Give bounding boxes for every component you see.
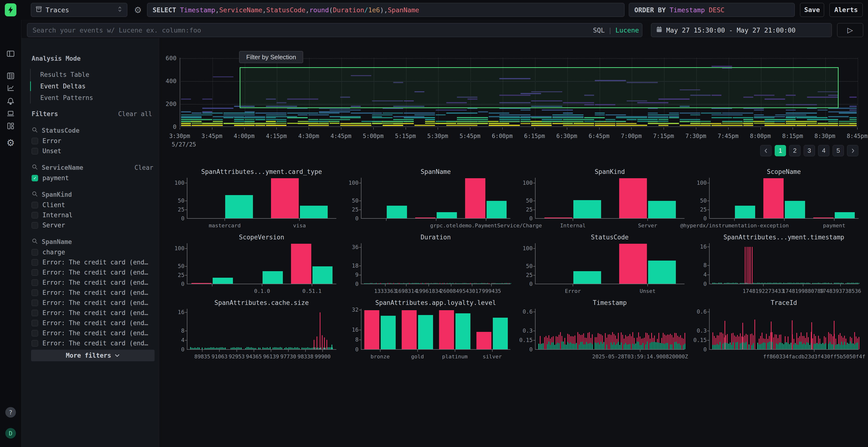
mini-chart-11[interactable]: TraceId00.150.30.6ff860334facdb23d3f430f… <box>691 297 865 363</box>
mini-chart-xtick: 89835 <box>194 353 210 359</box>
mini-chart-xtick: 92953 <box>228 353 245 359</box>
page-button-1[interactable]: 1 <box>775 145 786 156</box>
source-select[interactable]: Traces <box>31 3 127 17</box>
page-button-3[interactable]: 3 <box>804 145 815 156</box>
checkbox[interactable] <box>32 202 38 208</box>
search-icon[interactable] <box>32 191 38 199</box>
checkbox[interactable] <box>32 289 38 296</box>
mini-chart-1[interactable]: SpanName02550100grpc.oteldemo.PaymentSer… <box>343 166 517 232</box>
search-icon[interactable] <box>32 127 38 134</box>
page-button-5[interactable]: 5 <box>833 145 844 156</box>
panel-toggle-icon[interactable] <box>6 49 15 58</box>
query-language-toggle[interactable]: SQL | Lucene <box>584 23 639 37</box>
filter-option[interactable]: Error <box>32 136 153 146</box>
filter-option-label: Server <box>42 221 65 229</box>
timeline-xtick: 6:00pm <box>492 133 513 139</box>
checkbox[interactable] <box>32 340 38 347</box>
mode-sql-label[interactable]: SQL <box>593 27 605 34</box>
checkbox[interactable] <box>32 320 38 326</box>
search-input[interactable] <box>27 23 642 37</box>
checkbox[interactable] <box>32 148 38 154</box>
filter-option[interactable]: Error: The credit card (end… <box>32 328 153 338</box>
select-updown-icon <box>117 5 123 14</box>
checkbox[interactable] <box>32 269 38 276</box>
filter-option[interactable]: Unset <box>32 146 153 156</box>
page-button-4[interactable]: 4 <box>818 145 830 156</box>
sql-select-input[interactable]: SELECT Timestamp,ServiceName,StatusCode,… <box>147 3 624 17</box>
analysis-mode-results-table[interactable]: Results Table <box>31 69 151 80</box>
bell-icon[interactable] <box>6 97 15 105</box>
filter-option[interactable]: Error: The credit card (end… <box>32 277 153 287</box>
checkbox[interactable] <box>32 300 38 306</box>
run-query-button[interactable]: ▷ <box>837 23 863 37</box>
checkbox[interactable] <box>32 222 38 229</box>
timeline-heatmap-plot[interactable] <box>180 58 857 127</box>
dashboards-icon[interactable] <box>6 122 15 130</box>
mini-chart-3[interactable]: ScopeName02550100@hyperdx/instrumentatio… <box>691 166 865 232</box>
filter-option[interactable]: Client <box>32 200 153 210</box>
checkbox[interactable] <box>32 279 38 286</box>
mini-chart-6[interactable]: StatusCode02550100ErrorUnset <box>517 232 691 297</box>
checkbox[interactable] <box>32 330 38 337</box>
filter-option[interactable]: Error: The credit card (end… <box>32 257 153 267</box>
filter-group-title: SpanKind <box>42 191 72 198</box>
page-next-button[interactable] <box>847 145 858 156</box>
help-button[interactable]: ? <box>5 407 16 418</box>
timeline-xtick: 6:45pm <box>589 133 610 139</box>
checkbox-checked[interactable]: ✓ <box>32 175 38 181</box>
mode-lucene-label[interactable]: Lucene <box>615 27 639 34</box>
mini-chart-4[interactable]: ScopeVersion025501000.1.00.51.1 <box>169 232 343 297</box>
more-filters-button[interactable]: More filters <box>31 350 155 361</box>
mini-chart-0[interactable]: SpanAttributes...yment.card_type02550100… <box>169 166 343 232</box>
mini-chart-xtick: silver <box>483 353 502 359</box>
filter-option-label: Error: The credit card (end… <box>42 330 148 337</box>
gear-icon[interactable]: ⚙ <box>6 139 15 147</box>
mini-chart-xtick: bronze <box>371 353 390 359</box>
filter-option[interactable]: Server <box>32 220 153 230</box>
mini-chart-xtick: gold <box>411 353 424 359</box>
search-icon[interactable] <box>32 238 38 246</box>
timeline-selection-box[interactable] <box>240 67 839 108</box>
chart-icon[interactable] <box>6 84 15 92</box>
mini-chart-title: SpanName <box>361 168 510 175</box>
analysis-mode-event-patterns[interactable]: Event Patterns <box>31 92 151 104</box>
filter-option[interactable]: Error: The credit card (end… <box>32 287 153 298</box>
date-range-picker[interactable]: May 27 15:30:00 - May 27 21:00:00 <box>651 23 832 37</box>
filter-option[interactable]: Error: The credit card (end… <box>32 267 153 277</box>
mini-chart-9[interactable]: SpanAttributes.app.loyalty.level081632br… <box>343 297 517 363</box>
event-feed-icon[interactable] <box>6 72 15 80</box>
mini-chart-10[interactable]: Timestamp00.150.30.62025-05-28T03:59:14.… <box>517 297 691 363</box>
checkbox[interactable] <box>32 310 38 316</box>
alerts-button[interactable]: Alerts <box>830 3 863 17</box>
analysis-mode-event-deltas[interactable]: Event Deltas <box>31 80 151 92</box>
page-prev-button[interactable] <box>760 145 772 156</box>
order-by-input[interactable]: ORDER BY Timestamp DESC <box>629 3 795 17</box>
checkbox[interactable] <box>32 138 38 144</box>
save-button[interactable]: Save <box>800 3 824 17</box>
checkbox[interactable] <box>32 249 38 255</box>
filter-option[interactable]: Internal <box>32 210 153 220</box>
filter-option[interactable]: charge <box>32 247 153 257</box>
clear-group-link[interactable]: Clear <box>134 164 153 171</box>
laptop-icon[interactable] <box>6 110 15 118</box>
mini-chart-title: Timestamp <box>535 299 684 306</box>
filter-group-spanname: SpanNamechargeError: The credit card (en… <box>32 237 153 357</box>
checkbox[interactable] <box>32 212 38 218</box>
filter-option[interactable]: Error: The credit card (end… <box>32 338 153 348</box>
filter-option[interactable]: ✓payment <box>32 173 153 183</box>
app-logo-bolt-icon[interactable] <box>5 3 17 16</box>
search-icon[interactable] <box>32 164 38 171</box>
clear-all-filters-link[interactable]: Clear all <box>118 110 152 117</box>
filter-option[interactable]: Error: The credit card (end… <box>32 318 153 328</box>
filter-option[interactable]: Error: The credit card (end… <box>32 298 153 308</box>
mini-chart-8[interactable]: SpanAttributes.cache.size048168983591063… <box>169 297 343 363</box>
mini-chart-2[interactable]: SpanKind02550100InternalServer <box>517 166 691 232</box>
mini-chart-5[interactable]: Duration09183613333631698314199618342600… <box>343 232 517 297</box>
filter-option[interactable]: Error: The credit card (end… <box>32 308 153 318</box>
filter-by-selection-button[interactable]: Filter by Selection <box>239 51 303 63</box>
user-avatar[interactable]: D <box>5 428 16 439</box>
page-button-2[interactable]: 2 <box>789 145 801 156</box>
mini-chart-7[interactable]: SpanAttributes...yment.timestamp04816174… <box>691 232 865 297</box>
checkbox[interactable] <box>32 259 38 266</box>
query-settings-gear-icon[interactable]: ⚙ <box>133 3 143 17</box>
